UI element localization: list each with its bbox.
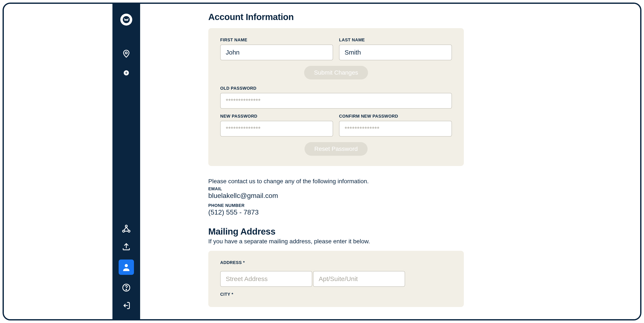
name-row: FIRST NAME LAST NAME <box>220 38 452 60</box>
email-value: bluelakellc@gmail.com <box>208 192 572 200</box>
last-name-label: LAST NAME <box>339 38 452 42</box>
mailing-card: ADDRESS * CITY * <box>208 251 464 307</box>
svg-point-5 <box>125 264 128 267</box>
new-password-row: NEW PASSWORD CONFIRM NEW PASSWORD <box>220 114 452 137</box>
sidebar-top <box>120 14 132 75</box>
address-label: ADDRESS * <box>220 260 452 265</box>
account-info-card: FIRST NAME LAST NAME Submit Changes OLD … <box>208 28 464 166</box>
phone-value: (512) 555 - 7873 <box>208 208 572 216</box>
svg-point-7 <box>126 289 127 290</box>
confirm-password-field: CONFIRM NEW PASSWORD <box>339 114 452 137</box>
upload-icon[interactable] <box>121 242 132 252</box>
last-name-input[interactable] <box>339 45 452 60</box>
mailing-title: Mailing Address <box>208 226 572 237</box>
sidebar-bottom <box>118 224 134 311</box>
svg-point-0 <box>123 16 130 23</box>
apt-input[interactable] <box>313 271 405 287</box>
reset-row: Reset Password <box>220 142 452 156</box>
left-gutter <box>4 4 112 319</box>
old-password-field: OLD PASSWORD <box>220 86 452 109</box>
reset-password-button[interactable]: Reset Password <box>304 142 368 156</box>
logo-icon[interactable] <box>120 14 132 26</box>
svg-point-2 <box>125 225 127 227</box>
confirm-password-label: CONFIRM NEW PASSWORD <box>339 114 452 119</box>
new-password-input[interactable] <box>220 121 333 137</box>
last-name-field: LAST NAME <box>339 38 452 60</box>
contact-note: Please contact us to change any of the f… <box>208 178 572 185</box>
share-nodes-icon[interactable] <box>121 224 132 234</box>
new-password-label: NEW PASSWORD <box>220 114 333 119</box>
old-password-label: OLD PASSWORD <box>220 86 452 91</box>
address-field: ADDRESS * <box>220 260 452 287</box>
old-password-input[interactable] <box>220 93 452 109</box>
street-address-input[interactable] <box>220 271 312 287</box>
page-title: Account Information <box>208 12 572 22</box>
app-frame: Account Information FIRST NAME LAST NAME… <box>2 3 642 320</box>
submit-row: Submit Changes <box>220 66 452 80</box>
confirm-password-input[interactable] <box>339 121 452 137</box>
email-label: EMAIL <box>208 186 572 191</box>
submit-changes-button[interactable]: Submit Changes <box>304 66 368 80</box>
address-inputs <box>220 267 452 287</box>
first-name-field: FIRST NAME <box>220 38 333 60</box>
mailing-subtitle: If you have a separate mailing address, … <box>208 238 572 245</box>
sidebar <box>112 4 140 319</box>
svg-point-1 <box>125 52 127 54</box>
help-icon[interactable] <box>121 282 132 293</box>
city-label: CITY * <box>220 292 234 296</box>
new-password-field: NEW PASSWORD <box>220 114 333 137</box>
main-content: Account Information FIRST NAME LAST NAME… <box>140 4 640 319</box>
location-pin-icon[interactable] <box>122 49 131 58</box>
phone-label: PHONE NUMBER <box>208 203 572 208</box>
profile-icon[interactable] <box>118 259 134 275</box>
logout-icon[interactable] <box>121 300 132 311</box>
add-icon[interactable] <box>124 70 129 75</box>
first-name-input[interactable] <box>220 45 333 60</box>
first-name-label: FIRST NAME <box>220 38 333 42</box>
